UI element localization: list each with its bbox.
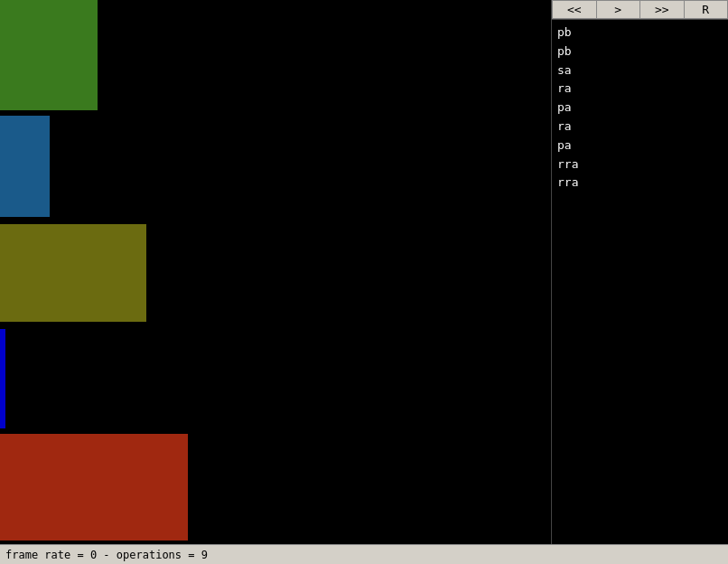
- next-button[interactable]: >>: [639, 0, 684, 19]
- main-area: << > >> R pbpbsaraparaparrarra: [0, 0, 728, 544]
- sidebar: << > >> R pbpbsaraparaparrarra: [551, 0, 728, 544]
- block-olive: [0, 224, 146, 322]
- operation-item: pb: [557, 42, 723, 61]
- operation-item: pa: [557, 136, 723, 155]
- operation-item: rra: [557, 155, 723, 174]
- operation-item: ra: [557, 118, 723, 136]
- operation-item: sa: [557, 61, 723, 80]
- block-green: [0, 0, 98, 110]
- operations-list: pbpbsaraparaparrarra: [552, 20, 728, 544]
- status-bar: frame rate = 0 - operations = 9: [0, 544, 728, 564]
- operation-item: pa: [557, 99, 723, 118]
- prev-prev-button[interactable]: <<: [552, 0, 596, 19]
- canvas-area: [0, 0, 551, 544]
- block-blue: [0, 116, 50, 217]
- block-thin-blue: [0, 329, 5, 428]
- reset-button[interactable]: R: [684, 0, 729, 19]
- operation-item: rra: [557, 174, 723, 193]
- operation-item: ra: [557, 80, 723, 99]
- status-text: frame rate = 0 - operations = 9: [5, 549, 208, 561]
- sidebar-controls: << > >> R: [552, 0, 728, 20]
- operation-item: pb: [557, 24, 723, 42]
- block-red: [0, 434, 188, 540]
- prev-button[interactable]: >: [596, 0, 640, 19]
